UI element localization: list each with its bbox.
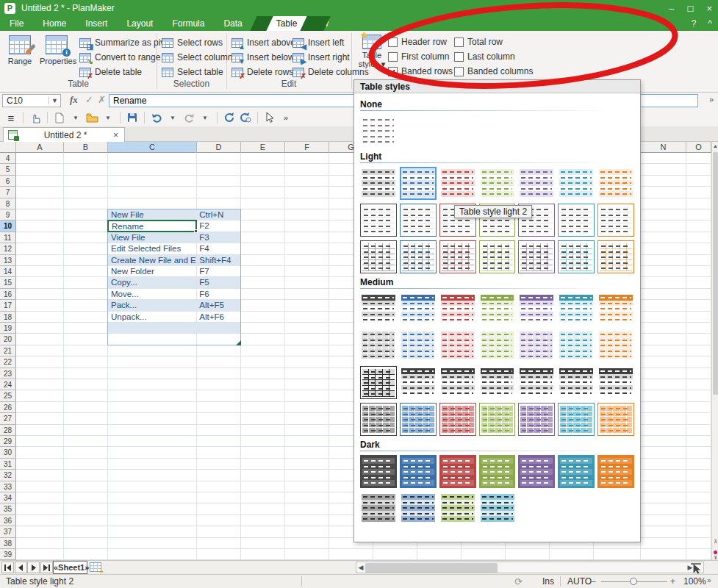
table-style-swatch-solid-green[interactable]: [479, 455, 516, 488]
menu-tab-file[interactable]: File: [0, 16, 33, 31]
auto-indicator[interactable]: AUTO: [567, 576, 592, 587]
redo-icon[interactable]: [182, 110, 195, 125]
table-style-swatch-mgrid-black[interactable]: [360, 403, 397, 436]
table-style-swatch-banded-blue[interactable]: [400, 167, 437, 200]
column-header-A[interactable]: A: [16, 142, 64, 153]
table-style-swatch-solid-red[interactable]: [439, 455, 476, 488]
undo-icon[interactable]: [150, 110, 163, 125]
table-style-swatch-dhead-black[interactable]: [597, 366, 634, 399]
row-header-21[interactable]: 21: [0, 345, 16, 356]
insert-left[interactable]: ◀Insert left: [292, 36, 344, 49]
table-style-swatch-dhead-black[interactable]: [439, 366, 476, 399]
row-header-5[interactable]: 5: [0, 164, 16, 175]
row-header-39[interactable]: 39: [0, 549, 16, 560]
cell-D18[interactable]: Alt+F6: [196, 312, 240, 323]
table-style-swatch-mgrid-blue[interactable]: [400, 403, 437, 436]
insert-below[interactable]: ▼Insert below: [231, 51, 295, 64]
cell-C9[interactable]: New File: [108, 209, 196, 220]
menu-tab-home[interactable]: Home: [33, 16, 76, 31]
split-up-icon[interactable]: ⊼: [712, 539, 718, 545]
table-style-swatch-solid-purple[interactable]: [518, 455, 555, 488]
table-style-swatch-medband-cyan[interactable]: [479, 492, 516, 525]
row-header-8[interactable]: 8: [0, 198, 16, 209]
row-header-33[interactable]: 33: [0, 481, 16, 492]
function-wizard-icon[interactable]: fx: [70, 94, 78, 106]
row-header-6[interactable]: 6: [0, 176, 16, 187]
horizontal-scrollbar[interactable]: ◀ ▶: [356, 562, 704, 573]
cell-C13[interactable]: Create New File and Edit: [108, 255, 196, 266]
scroll-left-icon[interactable]: ◀: [356, 563, 365, 573]
help-button[interactable]: ?: [692, 18, 697, 29]
sheet-tab-sheet1[interactable]: «Sheet1»: [53, 561, 87, 574]
checkbox-box[interactable]: [454, 52, 464, 62]
pointer-icon[interactable]: [263, 110, 276, 125]
select-table[interactable]: Select table: [162, 65, 223, 79]
table-style-swatch-solid-blue[interactable]: [400, 455, 437, 488]
column-header-C[interactable]: C: [108, 142, 197, 153]
document-close-icon[interactable]: ×: [107, 130, 124, 140]
row-header-22[interactable]: 22: [0, 356, 16, 368]
zoom-in-button[interactable]: +: [670, 576, 675, 587]
row-header-15[interactable]: 15: [0, 277, 16, 288]
table-style-swatch-blocks-black[interactable]: [360, 329, 397, 362]
mark-dot-icon[interactable]: [714, 551, 717, 554]
document-tab[interactable]: Untitled 2 * ×: [3, 127, 125, 142]
column-header-N[interactable]: N: [641, 142, 686, 153]
vertical-scroll-thumb[interactable]: [713, 152, 718, 395]
row-header-27[interactable]: 27: [0, 413, 16, 424]
open-folder-icon[interactable]: [85, 110, 98, 125]
table-style-swatch-blocks-cyan[interactable]: [558, 329, 595, 362]
grid-corner[interactable]: [0, 142, 16, 153]
checkbox-header-row[interactable]: Header row: [388, 37, 447, 47]
selected-cell-C10[interactable]: Rename: [107, 220, 197, 232]
select-rows[interactable]: Select rows: [162, 36, 223, 49]
row-header-14[interactable]: 14: [0, 266, 16, 277]
row-header-13[interactable]: 13: [0, 255, 16, 266]
table-style-swatch-medband-green[interactable]: [439, 492, 476, 525]
table-style-swatch-dgrid-black[interactable]: [360, 366, 397, 399]
close-button[interactable]: ×: [706, 3, 712, 14]
collapse-ribbon-button[interactable]: ^: [708, 18, 712, 29]
table-style-swatch-banded-purple[interactable]: [518, 167, 555, 200]
cell-D13[interactable]: Shift+F4: [196, 255, 240, 266]
table-styles-button[interactable]: ★ Table styles ▾: [355, 34, 389, 78]
table-style-swatch-mgrid-red[interactable]: [439, 403, 476, 436]
checkbox-first-column[interactable]: First column: [388, 51, 449, 62]
row-header-23[interactable]: 23: [0, 368, 16, 379]
table-style-swatch-lgrid-red[interactable]: [439, 240, 476, 273]
table-style-swatch-lgrid-cyan[interactable]: [558, 240, 595, 273]
cell-D12[interactable]: F4: [196, 243, 240, 254]
table-style-swatch-solid-orange[interactable]: [597, 455, 634, 488]
hamburger-icon[interactable]: ≡: [4, 110, 18, 125]
table-resize-handle[interactable]: [236, 340, 241, 345]
row-header-4[interactable]: 4: [0, 153, 16, 164]
maximize-button[interactable]: □: [688, 3, 694, 14]
cell-C20[interactable]: [108, 334, 196, 345]
sheet-first-icon[interactable]: [1, 562, 14, 573]
table-style-swatch-header-blue[interactable]: [400, 293, 437, 326]
table-style-swatch-bordered-blue[interactable]: [400, 204, 437, 237]
table-style-swatch-header-orange[interactable]: [597, 293, 634, 326]
row-header-10[interactable]: 10: [0, 220, 16, 232]
toolbar-overflow-icon[interactable]: »: [279, 110, 292, 125]
row-header-34[interactable]: 34: [0, 492, 16, 503]
table-style-swatch-blocks-blue[interactable]: [400, 329, 437, 362]
table-style-swatch-lgrid-purple[interactable]: [518, 240, 555, 273]
formula-bar-overflow[interactable]: »: [709, 95, 714, 104]
table-style-swatch-mgrid-orange[interactable]: [597, 403, 634, 436]
table-style-swatch-header-green[interactable]: [479, 293, 516, 326]
column-header-D[interactable]: D: [197, 142, 241, 153]
table-style-swatch-header-purple[interactable]: [518, 293, 555, 326]
properties-button[interactable]: i Properties: [40, 34, 73, 76]
cell-D19[interactable]: [196, 323, 240, 334]
column-header-E[interactable]: E: [241, 142, 285, 153]
row-header-31[interactable]: 31: [0, 459, 16, 470]
minimize-button[interactable]: –: [669, 3, 674, 14]
new-document-icon[interactable]: [53, 110, 66, 125]
cell-D11[interactable]: F3: [196, 232, 240, 243]
cell-C14[interactable]: New Folder: [108, 266, 196, 277]
table-style-swatch-banded-green[interactable]: [479, 167, 516, 200]
cell-C17[interactable]: Pack...: [108, 300, 196, 311]
row-header-24[interactable]: 24: [0, 379, 16, 390]
tab-table[interactable]: Table: [266, 16, 306, 31]
